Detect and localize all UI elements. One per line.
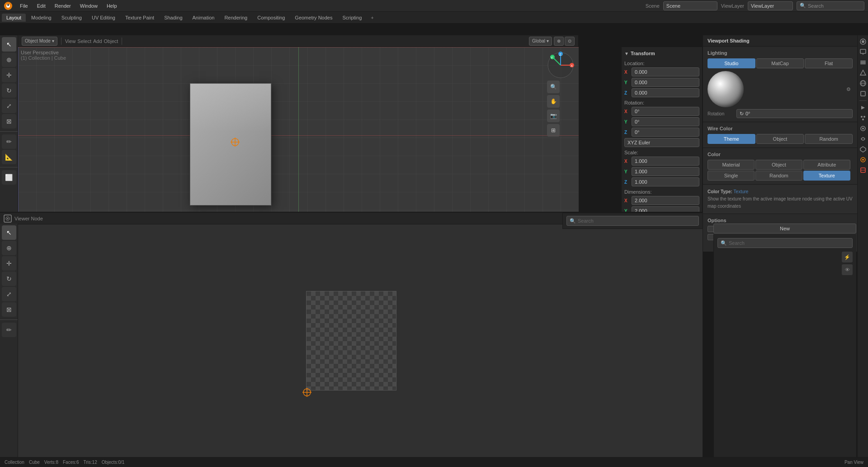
matcap-sphere[interactable] [708,71,744,107]
modifier-props-icon[interactable] [859,103,868,112]
move-tool-btn[interactable]: ✛ [2,68,16,82]
select-tool-btn[interactable]: ↖ [2,37,16,52]
scale-z-field[interactable]: 1.000 [632,177,699,186]
color-single-btn[interactable]: Single [708,171,755,181]
matcap-lighting-btn[interactable]: MatCap [756,58,804,68]
studio-lighting-btn[interactable]: Studio [708,58,755,68]
viewlayer-selector[interactable]: ViewLayer [748,1,793,10]
bottom-scale-btn[interactable]: ⤢ [2,287,16,301]
viewer-type-selector[interactable]: Viewer Node [14,216,43,221]
scene-selector[interactable]: Scene [663,1,717,10]
physics-props-icon[interactable] [859,124,868,133]
rotation-value-field[interactable]: ↻ 0° [736,109,853,118]
menu-edit[interactable]: Edit [33,2,49,10]
scale-tool-btn[interactable]: ⤢ [2,99,16,113]
color-object-btn[interactable]: Object [755,160,802,170]
bottom-transform-btn[interactable]: ⊠ [2,302,16,317]
bottom-cursor-btn[interactable]: ⊕ [2,241,16,255]
backface-culling-checkbox[interactable] [708,226,714,232]
snap-btn[interactable]: ⊕ [554,37,564,46]
color-random-btn[interactable]: Random [755,171,802,181]
wire-object-btn[interactable]: Object [756,134,804,144]
rotation-mode-selector[interactable]: XYZ Euler [624,138,699,147]
object-props-icon[interactable] [859,89,868,98]
search-field[interactable]: 🔍 Search [566,216,699,226]
annotate-btn[interactable]: ✏ [2,134,16,149]
add-menu[interactable]: Add [93,38,102,44]
scale-y-field[interactable]: 1.000 [632,167,699,176]
camera-gizmo-btn[interactable]: 📷 [547,110,560,122]
output-props-icon[interactable] [859,48,868,57]
world-props-icon[interactable] [859,79,868,88]
tab-scripting[interactable]: Scripting [338,14,366,22]
scale-x-field[interactable]: 1.000 [632,157,699,166]
global-search[interactable]: 🔍 Search [797,1,864,10]
grid-gizmo-btn[interactable]: ⊞ [547,124,560,137]
dim-y-field[interactable]: 2.000 [632,206,699,212]
menu-file[interactable]: File [16,2,32,10]
select-menu[interactable]: Select [77,38,91,44]
color-texture-btn[interactable]: Texture [803,171,850,181]
rotation-x-field[interactable]: 0° [632,107,699,116]
tab-geometry-nodes[interactable]: Geometry Nodes [290,14,337,22]
tab-animation[interactable]: Animation [188,14,219,22]
active-tool-icon[interactable]: ⚡ [842,252,853,262]
view-menu[interactable]: View [65,38,76,44]
dim-x-field[interactable]: 2.000 [632,196,699,205]
color-attribute-btn[interactable]: Attribute [803,160,850,170]
bottom-annotate-btn[interactable]: ✏ [2,323,16,337]
cursor-tool-btn[interactable]: ⊕ [2,52,16,67]
wire-random-btn[interactable]: Random [805,134,853,144]
menu-help[interactable]: Help [103,2,121,10]
bottom-select-btn[interactable]: ↖ [2,225,16,240]
view-icon[interactable]: 👁 [842,264,853,275]
color-material-btn[interactable]: Material [708,160,755,170]
constraints-props-icon[interactable] [859,134,868,143]
location-x-field[interactable]: 0.000 [632,67,699,76]
tab-compositing[interactable]: Compositing [253,14,289,22]
tab-shading[interactable]: Shading [160,14,187,22]
xray-checkbox[interactable] [708,234,714,240]
viewer-content[interactable] [0,224,703,457]
new-button[interactable]: New [713,224,856,234]
menu-render[interactable]: Render [51,2,75,10]
rotate-tool-btn[interactable]: ↻ [2,83,16,98]
transform-tool-btn[interactable]: ⊠ [2,114,16,129]
location-z-field[interactable]: 0.000 [632,88,699,97]
measure-btn[interactable]: 📐 [2,150,16,164]
bottom-move-btn[interactable]: ✛ [2,256,16,271]
props-search-field[interactable]: 🔍 Search [717,238,853,248]
flat-lighting-btn[interactable]: Flat [805,58,853,68]
material-props-icon[interactable] [859,155,868,164]
transform-section-header[interactable]: ▼ Transform [624,50,699,57]
render-props-icon[interactable] [859,37,868,46]
tab-layout[interactable]: Layout [2,14,26,22]
rotation-z-field[interactable]: 0° [632,128,699,137]
rotation-y-field[interactable]: 0° [632,117,699,126]
wire-theme-btn[interactable]: Theme [708,134,755,144]
particles-props-icon[interactable] [859,114,868,123]
tab-sculpting[interactable]: Sculpting [57,14,86,22]
object-mode-selector[interactable]: Object Mode ▾ [22,37,57,46]
bottom-rotate-btn[interactable]: ↻ [2,272,16,286]
viewport-3d[interactable]: User Perspective (1) Collection | Cube X… [18,47,579,224]
location-y-field[interactable]: 0.000 [632,78,699,87]
zoom-gizmo-btn[interactable]: 🔍 [547,81,560,93]
add-workspace-btn[interactable]: + [367,14,377,22]
data-props-icon[interactable] [859,166,868,175]
global-transform-selector[interactable]: Global ▾ [529,37,552,46]
view-layer-props-icon[interactable] [859,58,868,67]
menu-window[interactable]: Window [76,2,101,10]
add-cube-btn[interactable]: ⬜ [2,170,16,185]
pan-gizmo-btn[interactable]: ✋ [547,95,560,108]
proportional-btn[interactable]: ⊙ [565,37,575,46]
lighting-settings-btn[interactable]: ⚙ [844,85,853,93]
object-menu[interactable]: Object [104,38,118,44]
axes-gizmo[interactable]: X Y Z [547,52,574,79]
tab-modeling[interactable]: Modeling [27,14,56,22]
tab-uv-editing[interactable]: UV Editing [87,14,120,22]
tab-texture-paint[interactable]: Texture Paint [121,14,159,22]
scene-props-icon[interactable] [859,68,868,77]
tab-rendering[interactable]: Rendering [220,14,252,22]
object-data-props-icon[interactable] [859,145,868,154]
